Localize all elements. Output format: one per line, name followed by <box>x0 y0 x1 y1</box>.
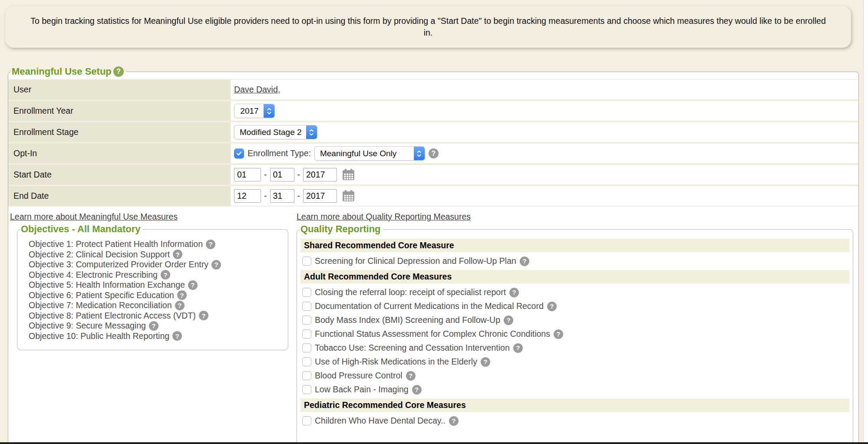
measure-item: Closing the referral loop: receipt of sp… <box>302 287 849 297</box>
objective-label: Objective 9: Secure Messaging <box>29 321 146 331</box>
measure-checkbox[interactable] <box>302 316 311 325</box>
row-enrollment-stage: Enrollment Stage Modified Stage 2 <box>8 122 858 143</box>
quality-reporting-legend: Quality Reporting <box>300 224 383 235</box>
date-separator: - <box>264 191 267 201</box>
measure-checkbox[interactable] <box>302 288 311 297</box>
mu-setup-title: Meaningful Use Setup <box>12 66 112 77</box>
date-separator: - <box>297 170 300 180</box>
end-date-month-input[interactable] <box>234 189 261 203</box>
objective-item: Objective 10: Public Health Reporting ? <box>29 331 284 342</box>
help-icon[interactable]: ? <box>520 257 529 266</box>
mu-setup-fieldset: Meaningful Use Setup ? User Dave David, … <box>8 66 859 444</box>
date-separator: - <box>297 191 300 201</box>
measure-label: Screening for Clinical Depression and Fo… <box>315 256 516 266</box>
help-icon[interactable]: ? <box>412 385 422 395</box>
measure-section-header: Pediatric Recommended Core Measures <box>300 398 849 412</box>
help-icon[interactable]: ? <box>113 66 124 77</box>
end-date-day-input[interactable] <box>270 189 294 203</box>
enrollment-year-select[interactable]: 2017 <box>234 104 275 118</box>
enrollment-stage-select[interactable]: Modified Stage 2 <box>234 125 317 139</box>
help-icon[interactable]: ? <box>429 148 439 158</box>
quality-reporting-fieldset: Quality Reporting Shared Recommended Cor… <box>297 224 853 444</box>
help-icon[interactable]: ? <box>173 250 182 259</box>
row-enrollment-year: Enrollment Year 2017 <box>8 100 858 122</box>
help-icon[interactable]: ? <box>188 280 198 290</box>
objective-label: Objective 3: Computerized Provider Order… <box>29 260 208 270</box>
enrollment-stage-label: Enrollment Stage <box>8 122 231 143</box>
help-icon[interactable]: ? <box>206 240 215 249</box>
objective-item: Objective 1: Protect Patient Health Info… <box>29 239 284 250</box>
measure-item: Blood Pressure Control ? <box>302 371 849 381</box>
measure-section-header: Shared Recommended Core Measure <box>300 239 849 252</box>
measure-checkbox[interactable] <box>302 343 311 352</box>
measure-checkbox[interactable] <box>302 357 311 366</box>
measure-checkbox[interactable] <box>302 385 311 394</box>
learn-more-qr-link[interactable]: Learn more about Quality Reporting Measu… <box>297 212 471 221</box>
help-icon[interactable]: ? <box>449 416 459 426</box>
objectives-list: Objective 1: Protect Patient Health Info… <box>17 235 288 350</box>
enrollment-type-select[interactable]: Meaningful Use Only <box>314 146 425 161</box>
select-stepper-icon <box>414 147 425 160</box>
measure-checkbox[interactable] <box>302 371 311 380</box>
measure-label: Functional Status Assessment for Complex… <box>315 329 550 339</box>
measure-item: Use of High-Risk Medications in the Elde… <box>302 357 849 367</box>
objective-item: Objective 5: Health Information Exchange… <box>29 280 284 290</box>
measure-checkbox[interactable] <box>302 329 311 339</box>
calendar-icon[interactable] <box>342 169 355 181</box>
enrollment-stage-value: Modified Stage 2 <box>234 128 306 137</box>
objective-label: Objective 7: Medication Reconciliation <box>29 300 172 311</box>
objective-label: Objective 5: Health Information Exchange <box>29 280 185 290</box>
objectives-fieldset: Objectives - All Mandatory Objective 1: … <box>17 224 288 350</box>
help-icon[interactable]: ? <box>554 329 563 339</box>
learn-more-mu-link[interactable]: Learn more about Meaningful Use Measures <box>10 212 178 221</box>
measure-item: Screening for Clinical Depression and Fo… <box>302 256 849 266</box>
select-stepper-icon <box>306 125 317 139</box>
date-separator: - <box>264 170 267 180</box>
help-icon[interactable]: ? <box>161 270 170 280</box>
help-icon[interactable]: ? <box>211 260 221 270</box>
end-date-label: End Date <box>8 185 231 207</box>
help-icon[interactable]: ? <box>199 311 208 320</box>
help-icon[interactable]: ? <box>547 302 557 311</box>
end-date-year-input[interactable] <box>303 189 337 203</box>
info-banner-text: To begin tracking statistics for Meaning… <box>30 16 826 37</box>
measure-label: Low Back Pain - Imaging <box>315 385 409 395</box>
measure-label: Closing the referral loop: receipt of sp… <box>315 287 506 297</box>
measure-label: Children Who Have Dental Decay.. <box>315 416 446 426</box>
enrollment-year-label: Enrollment Year <box>8 100 231 122</box>
help-icon[interactable]: ? <box>172 331 182 341</box>
scrollbar[interactable] <box>863 0 868 444</box>
objective-label: Objective 4: Electronic Prescribing <box>29 270 158 280</box>
objective-item: Objective 2: Clinical Decision Support ? <box>29 250 284 260</box>
objective-label: Objective 1: Protect Patient Health Info… <box>29 239 203 250</box>
measure-label: Documentation of Current Medications in … <box>315 301 544 311</box>
start-date-day-input[interactable] <box>270 168 294 181</box>
help-icon[interactable]: ? <box>504 316 513 325</box>
objective-item: Objective 7: Medication Reconciliation ? <box>29 300 284 311</box>
calendar-icon[interactable] <box>342 190 355 202</box>
enrollment-type-value: Meaningful Use Only <box>315 149 414 158</box>
opt-in-checkbox[interactable] <box>234 148 244 158</box>
help-icon[interactable]: ? <box>175 301 185 310</box>
help-icon[interactable]: ? <box>513 343 523 353</box>
start-date-label: Start Date <box>8 164 231 185</box>
start-date-year-input[interactable] <box>303 168 337 181</box>
measure-checkbox[interactable] <box>302 302 311 311</box>
measure-checkbox[interactable] <box>302 257 311 266</box>
user-link[interactable]: Dave David, <box>234 85 280 95</box>
opt-in-label: Opt-In <box>8 143 231 164</box>
enrollment-type-label: Enrollment Type: <box>248 148 311 158</box>
measure-item: Low Back Pain - Imaging ? <box>302 385 849 395</box>
help-icon[interactable]: ? <box>509 288 519 297</box>
help-icon[interactable]: ? <box>406 371 416 381</box>
help-icon[interactable]: ? <box>149 321 158 331</box>
objective-label: Objective 6: Patient Specific Education <box>29 290 174 301</box>
measure-checkbox[interactable] <box>302 416 311 425</box>
measure-label: Tobacco Use: Screening and Cessation Int… <box>315 343 510 353</box>
help-icon[interactable]: ? <box>177 290 187 300</box>
row-user: User Dave David, <box>8 79 858 100</box>
start-date-month-input[interactable] <box>234 168 261 181</box>
measure-item: Children Who Have Dental Decay.. ? <box>302 416 849 426</box>
help-icon[interactable]: ? <box>481 357 490 367</box>
row-opt-in: Opt-In Enrollment Type: Meaningful Use O… <box>8 143 858 164</box>
